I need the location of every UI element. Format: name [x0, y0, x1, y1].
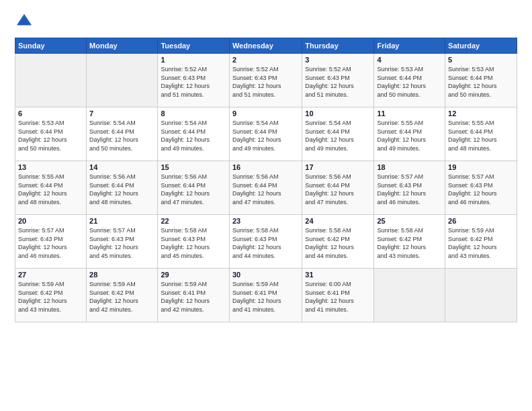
calendar-cell: 21Sunrise: 5:57 AM Sunset: 6:43 PM Dayli… [87, 215, 158, 269]
header [15, 12, 517, 31]
calendar-cell: 1Sunrise: 5:52 AM Sunset: 6:43 PM Daylig… [158, 54, 230, 107]
calendar-cell [15, 54, 87, 107]
cell-info: Sunrise: 5:57 AM Sunset: 6:43 PM Dayligh… [448, 173, 514, 206]
day-number: 21 [89, 217, 154, 225]
cell-info: Sunrise: 5:53 AM Sunset: 6:44 PM Dayligh… [448, 65, 514, 99]
cell-info: Sunrise: 5:52 AM Sunset: 6:43 PM Dayligh… [161, 65, 226, 99]
cell-info: Sunrise: 5:53 AM Sunset: 6:44 PM Dayligh… [18, 119, 83, 152]
calendar-cell: 7Sunrise: 5:54 AM Sunset: 6:44 PM Daylig… [87, 107, 158, 161]
calendar-week-row: 13Sunrise: 5:55 AM Sunset: 6:44 PM Dayli… [15, 161, 517, 215]
day-number: 10 [305, 109, 371, 118]
day-number: 20 [18, 217, 83, 225]
calendar-cell: 6Sunrise: 5:53 AM Sunset: 6:44 PM Daylig… [15, 107, 87, 161]
day-number: 13 [18, 163, 83, 171]
day-number: 22 [161, 217, 226, 225]
calendar-cell: 2Sunrise: 5:52 AM Sunset: 6:43 PM Daylig… [229, 54, 302, 107]
page: SundayMondayTuesdayWednesdayThursdayFrid… [0, 0, 532, 411]
logo-icon [15, 12, 34, 31]
calendar-cell: 13Sunrise: 5:55 AM Sunset: 6:44 PM Dayli… [15, 161, 87, 215]
cell-info: Sunrise: 5:59 AM Sunset: 6:42 PM Dayligh… [89, 280, 154, 314]
calendar-cell: 5Sunrise: 5:53 AM Sunset: 6:44 PM Daylig… [445, 54, 517, 107]
calendar-cell: 11Sunrise: 5:55 AM Sunset: 6:44 PM Dayli… [374, 107, 445, 161]
weekday-header: Monday [87, 38, 158, 54]
calendar-cell: 24Sunrise: 5:58 AM Sunset: 6:42 PM Dayli… [302, 215, 374, 269]
calendar-cell: 23Sunrise: 5:58 AM Sunset: 6:43 PM Dayli… [229, 215, 302, 269]
weekday-header: Friday [374, 38, 445, 54]
calendar-cell: 20Sunrise: 5:57 AM Sunset: 6:43 PM Dayli… [15, 215, 87, 269]
calendar-week-row: 6Sunrise: 5:53 AM Sunset: 6:44 PM Daylig… [15, 107, 517, 161]
logo [15, 12, 36, 31]
calendar-cell: 22Sunrise: 5:58 AM Sunset: 6:43 PM Dayli… [158, 215, 230, 269]
day-number: 1 [161, 56, 226, 64]
calendar-cell: 4Sunrise: 5:53 AM Sunset: 6:44 PM Daylig… [374, 54, 445, 107]
cell-info: Sunrise: 5:56 AM Sunset: 6:44 PM Dayligh… [89, 173, 154, 206]
calendar-week-row: 20Sunrise: 5:57 AM Sunset: 6:43 PM Dayli… [15, 215, 517, 269]
calendar-cell: 29Sunrise: 5:59 AM Sunset: 6:41 PM Dayli… [158, 269, 230, 322]
calendar-cell: 8Sunrise: 5:54 AM Sunset: 6:44 PM Daylig… [158, 107, 230, 161]
calendar-cell: 12Sunrise: 5:55 AM Sunset: 6:44 PM Dayli… [445, 107, 517, 161]
cell-info: Sunrise: 5:52 AM Sunset: 6:43 PM Dayligh… [232, 65, 299, 99]
calendar-cell: 17Sunrise: 5:56 AM Sunset: 6:44 PM Dayli… [302, 161, 374, 215]
day-number: 8 [161, 109, 226, 118]
calendar-cell: 31Sunrise: 6:00 AM Sunset: 6:41 PM Dayli… [302, 269, 374, 322]
cell-info: Sunrise: 5:59 AM Sunset: 6:42 PM Dayligh… [18, 280, 83, 314]
cell-info: Sunrise: 5:53 AM Sunset: 6:44 PM Dayligh… [377, 65, 442, 99]
calendar-cell: 27Sunrise: 5:59 AM Sunset: 6:42 PM Dayli… [15, 269, 87, 322]
calendar-cell: 15Sunrise: 5:56 AM Sunset: 6:44 PM Dayli… [158, 161, 230, 215]
cell-info: Sunrise: 5:55 AM Sunset: 6:44 PM Dayligh… [18, 173, 83, 206]
cell-info: Sunrise: 5:58 AM Sunset: 6:43 PM Dayligh… [232, 226, 299, 260]
cell-info: Sunrise: 5:54 AM Sunset: 6:44 PM Dayligh… [89, 119, 154, 152]
calendar-header: SundayMondayTuesdayWednesdayThursdayFrid… [15, 38, 517, 54]
cell-info: Sunrise: 5:55 AM Sunset: 6:44 PM Dayligh… [448, 119, 514, 152]
day-number: 30 [232, 271, 299, 279]
calendar-cell [87, 54, 158, 107]
calendar-cell [374, 269, 445, 322]
cell-info: Sunrise: 5:54 AM Sunset: 6:44 PM Dayligh… [305, 119, 371, 152]
cell-info: Sunrise: 5:52 AM Sunset: 6:43 PM Dayligh… [305, 65, 371, 99]
day-number: 23 [232, 217, 299, 225]
calendar-cell: 18Sunrise: 5:57 AM Sunset: 6:43 PM Dayli… [374, 161, 445, 215]
cell-info: Sunrise: 5:57 AM Sunset: 6:43 PM Dayligh… [18, 226, 83, 260]
calendar-cell: 16Sunrise: 5:56 AM Sunset: 6:44 PM Dayli… [229, 161, 302, 215]
calendar-cell: 25Sunrise: 5:58 AM Sunset: 6:42 PM Dayli… [374, 215, 445, 269]
calendar-body: 1Sunrise: 5:52 AM Sunset: 6:43 PM Daylig… [15, 54, 517, 322]
cell-info: Sunrise: 5:59 AM Sunset: 6:41 PM Dayligh… [161, 280, 226, 314]
weekday-row: SundayMondayTuesdayWednesdayThursdayFrid… [15, 38, 517, 54]
weekday-header: Saturday [445, 38, 517, 54]
weekday-header: Sunday [15, 38, 87, 54]
cell-info: Sunrise: 5:56 AM Sunset: 6:44 PM Dayligh… [232, 173, 299, 206]
day-number: 6 [18, 109, 83, 118]
cell-info: Sunrise: 5:58 AM Sunset: 6:42 PM Dayligh… [377, 226, 442, 260]
day-number: 26 [448, 217, 514, 225]
cell-info: Sunrise: 5:59 AM Sunset: 6:42 PM Dayligh… [448, 226, 514, 260]
cell-info: Sunrise: 5:57 AM Sunset: 6:43 PM Dayligh… [377, 173, 442, 206]
calendar-cell: 14Sunrise: 5:56 AM Sunset: 6:44 PM Dayli… [87, 161, 158, 215]
day-number: 15 [161, 163, 226, 171]
calendar-table: SundayMondayTuesdayWednesdayThursdayFrid… [15, 38, 517, 322]
day-number: 14 [89, 163, 154, 171]
cell-info: Sunrise: 5:56 AM Sunset: 6:44 PM Dayligh… [305, 173, 371, 206]
calendar-cell: 10Sunrise: 5:54 AM Sunset: 6:44 PM Dayli… [302, 107, 374, 161]
calendar-cell: 28Sunrise: 5:59 AM Sunset: 6:42 PM Dayli… [87, 269, 158, 322]
day-number: 11 [377, 109, 442, 118]
cell-info: Sunrise: 5:54 AM Sunset: 6:44 PM Dayligh… [232, 119, 299, 152]
day-number: 2 [232, 56, 299, 64]
calendar-week-row: 1Sunrise: 5:52 AM Sunset: 6:43 PM Daylig… [15, 54, 517, 107]
cell-info: Sunrise: 5:56 AM Sunset: 6:44 PM Dayligh… [161, 173, 226, 206]
day-number: 25 [377, 217, 442, 225]
day-number: 29 [161, 271, 226, 279]
calendar-cell: 30Sunrise: 5:59 AM Sunset: 6:41 PM Dayli… [229, 269, 302, 322]
day-number: 24 [305, 217, 371, 225]
weekday-header: Tuesday [158, 38, 230, 54]
day-number: 17 [305, 163, 371, 171]
calendar-cell: 3Sunrise: 5:52 AM Sunset: 6:43 PM Daylig… [302, 54, 374, 107]
day-number: 18 [377, 163, 442, 171]
cell-info: Sunrise: 5:59 AM Sunset: 6:41 PM Dayligh… [232, 280, 299, 314]
cell-info: Sunrise: 5:58 AM Sunset: 6:42 PM Dayligh… [305, 226, 371, 260]
day-number: 12 [448, 109, 514, 118]
day-number: 28 [89, 271, 154, 279]
day-number: 4 [377, 56, 442, 64]
weekday-header: Wednesday [229, 38, 302, 54]
calendar-cell [445, 269, 517, 322]
day-number: 31 [305, 271, 371, 279]
